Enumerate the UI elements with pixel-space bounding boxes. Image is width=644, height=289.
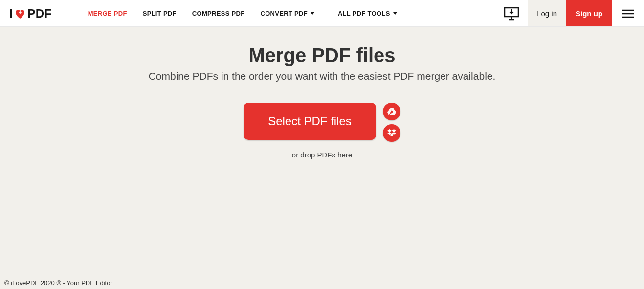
drop-text: or drop PDFs here — [0, 151, 644, 159]
nav-all-tools[interactable]: ALL PDF TOOLS — [330, 10, 405, 17]
cloud-buttons — [383, 103, 400, 142]
nav-convert-label: CONVERT PDF — [260, 10, 307, 17]
chevron-down-icon — [311, 12, 314, 15]
header-right: Log in Sign up — [495, 0, 644, 26]
page-title: Merge PDF files — [0, 44, 644, 67]
logo[interactable]: I PDF — [0, 7, 61, 21]
nav-split[interactable]: SPLIT PDF — [135, 10, 184, 17]
nav-all-label: ALL PDF TOOLS — [338, 10, 390, 17]
chevron-down-icon — [393, 12, 397, 15]
nav-merge[interactable]: MERGE PDF — [80, 10, 135, 17]
menu-button[interactable] — [612, 0, 644, 26]
header: I PDF MERGE PDF SPLIT PDF COMPRESS PDF C… — [0, 0, 644, 27]
page-subtitle: Combine PDFs in the order you want with … — [0, 70, 644, 82]
nav-compress[interactable]: COMPRESS PDF — [184, 10, 253, 17]
footer: © iLovePDF 2020 ® - Your PDF Editor — [0, 277, 644, 289]
login-button[interactable]: Log in — [528, 0, 566, 26]
heart-icon — [14, 8, 26, 19]
main: Merge PDF files Combine PDFs in the orde… — [0, 27, 644, 159]
dropbox-button[interactable] — [383, 124, 400, 142]
google-drive-icon — [387, 108, 396, 115]
google-drive-button[interactable] — [383, 103, 400, 120]
logo-suffix: PDF — [27, 7, 52, 21]
logo-prefix: I — [9, 7, 13, 21]
copyright-text: © iLovePDF 2020 ® - Your PDF Editor — [4, 279, 112, 287]
dropbox-icon — [387, 129, 396, 137]
select-files-button[interactable]: Select PDF files — [244, 103, 376, 140]
nav-convert[interactable]: CONVERT PDF — [252, 10, 322, 17]
nav: MERGE PDF SPLIT PDF COMPRESS PDF CONVERT… — [80, 10, 405, 17]
desktop-download-button[interactable] — [495, 7, 528, 21]
hamburger-icon — [622, 9, 634, 18]
upload-row: Select PDF files — [244, 103, 400, 142]
signup-button[interactable]: Sign up — [566, 0, 612, 26]
desktop-download-icon — [504, 7, 519, 21]
